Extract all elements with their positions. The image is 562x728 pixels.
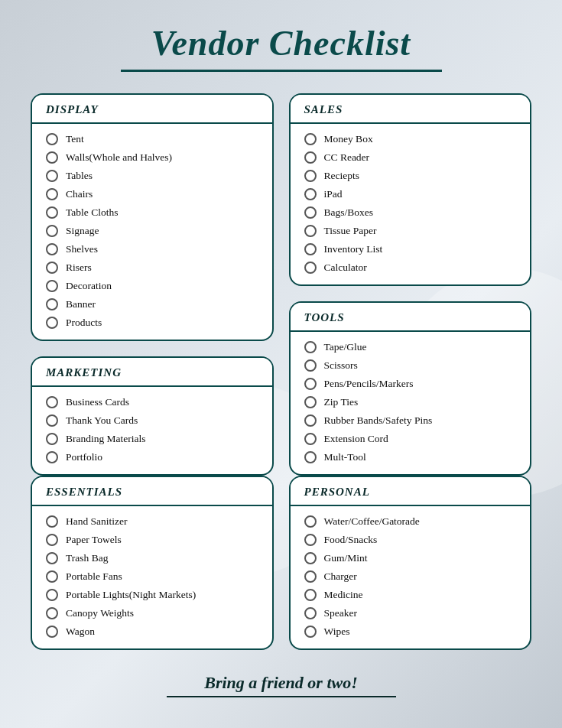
checkbox-circle[interactable] [304,225,317,237]
sales-header: SALES [291,95,531,124]
list-item[interactable]: Trash Bag [46,552,258,564]
checkbox-circle[interactable] [46,280,58,292]
list-item[interactable]: Inventory List [304,243,517,255]
checkbox-circle[interactable] [46,243,58,255]
item-label: Charger [324,570,357,583]
list-item[interactable]: Canopy Weights [46,607,258,619]
item-label: Extension Cord [324,433,388,445]
list-item[interactable]: Tape/Glue [304,341,517,353]
item-label: Gum/Mint [324,552,368,564]
checkbox-circle[interactable] [304,433,317,445]
checkbox-circle[interactable] [46,133,58,145]
list-item[interactable]: Portable Lights(Night Markets) [46,589,258,601]
list-item[interactable]: Signage [46,225,258,237]
list-item[interactable]: Medicine [304,589,517,601]
list-item[interactable]: CC Reader [304,151,517,164]
list-item[interactable]: Bags/Boxes [304,206,517,219]
checkbox-circle[interactable] [46,626,58,638]
checkbox-circle[interactable] [46,206,58,219]
item-label: Tables [66,170,93,182]
list-item[interactable]: Zip Ties [304,396,517,408]
checkbox-circle[interactable] [46,170,58,182]
list-item[interactable]: Reciepts [304,170,517,182]
list-item[interactable]: Chairs [46,188,258,200]
checkbox-circle[interactable] [46,298,58,310]
list-item[interactable]: Walls(Whole and Halves) [46,151,258,164]
list-item[interactable]: Hand Sanitizer [46,515,258,528]
item-label: Banner [66,298,96,310]
checkbox-circle[interactable] [304,396,317,408]
list-item[interactable]: Shelves [46,243,258,255]
checkbox-circle[interactable] [46,570,58,583]
checkbox-circle[interactable] [304,607,317,619]
checkbox-circle[interactable] [304,552,317,564]
list-item[interactable]: Tent [46,133,258,145]
list-item[interactable]: Table Cloths [46,206,258,219]
list-item[interactable]: Tissue Paper [304,225,517,237]
checkbox-circle[interactable] [304,188,317,200]
list-item[interactable]: Mult-Tool [304,451,517,463]
checkbox-circle[interactable] [46,534,58,546]
checkbox-circle[interactable] [46,433,58,445]
checkbox-circle[interactable] [304,589,317,601]
list-item[interactable]: Products [46,317,258,329]
checkbox-circle[interactable] [304,206,317,219]
item-label: Speaker [324,607,357,619]
checkbox-circle[interactable] [46,414,58,427]
list-item[interactable]: Scissors [304,359,517,372]
checkbox-circle[interactable] [304,378,317,390]
list-item[interactable]: Food/Snacks [304,534,517,546]
personal-header: PERSONAL [291,477,531,506]
list-item[interactable]: Thank You Cards [46,414,258,427]
item-label: Reciepts [324,170,360,182]
list-item[interactable]: Wagon [46,626,258,638]
list-item[interactable]: Decoration [46,280,258,292]
list-item[interactable]: Branding Materials [46,433,258,445]
item-label: Trash Bag [66,552,108,564]
checkbox-circle[interactable] [46,262,58,274]
checkbox-circle[interactable] [46,396,58,408]
list-item[interactable]: Wipes [304,626,517,638]
list-item[interactable]: Portable Fans [46,570,258,583]
checkbox-circle[interactable] [46,151,58,164]
list-item[interactable]: Business Cards [46,396,258,408]
marketing-header: MARKETING [32,358,272,387]
checkbox-circle[interactable] [304,570,317,583]
list-item[interactable]: Pens/Pencils/Markers [304,378,517,390]
checkbox-circle[interactable] [46,607,58,619]
checkbox-circle[interactable] [304,133,317,145]
checkbox-circle[interactable] [46,552,58,564]
checkbox-circle[interactable] [46,188,58,200]
checkbox-circle[interactable] [304,414,317,427]
checkbox-circle[interactable] [304,341,317,353]
list-item[interactable]: Paper Towels [46,534,258,546]
checkbox-circle[interactable] [46,451,58,463]
list-item[interactable]: Risers [46,262,258,274]
checkbox-circle[interactable] [304,515,317,528]
list-item[interactable]: Gum/Mint [304,552,517,564]
checkbox-circle[interactable] [304,170,317,182]
list-item[interactable]: iPad [304,188,517,200]
list-item[interactable]: Rubber Bands/Safety Pins [304,414,517,427]
checkbox-circle[interactable] [46,317,58,329]
list-item[interactable]: Portfolio [46,451,258,463]
checkbox-circle[interactable] [304,451,317,463]
checkbox-circle[interactable] [304,262,317,274]
list-item[interactable]: Speaker [304,607,517,619]
checkbox-circle[interactable] [304,243,317,255]
checkbox-circle[interactable] [304,534,317,546]
list-item[interactable]: Extension Cord [304,433,517,445]
checkbox-circle[interactable] [304,151,317,164]
list-item[interactable]: Water/Coffee/Gatorade [304,515,517,528]
marketing-section: MARKETING Business CardsThank You CardsB… [31,356,274,476]
list-item[interactable]: Charger [304,570,517,583]
list-item[interactable]: Tables [46,170,258,182]
list-item[interactable]: Calculator [304,262,517,274]
checkbox-circle[interactable] [46,589,58,601]
list-item[interactable]: Money Box [304,133,517,145]
checkbox-circle[interactable] [304,626,317,638]
checkbox-circle[interactable] [46,515,58,528]
list-item[interactable]: Banner [46,298,258,310]
checkbox-circle[interactable] [46,225,58,237]
checkbox-circle[interactable] [304,359,317,372]
